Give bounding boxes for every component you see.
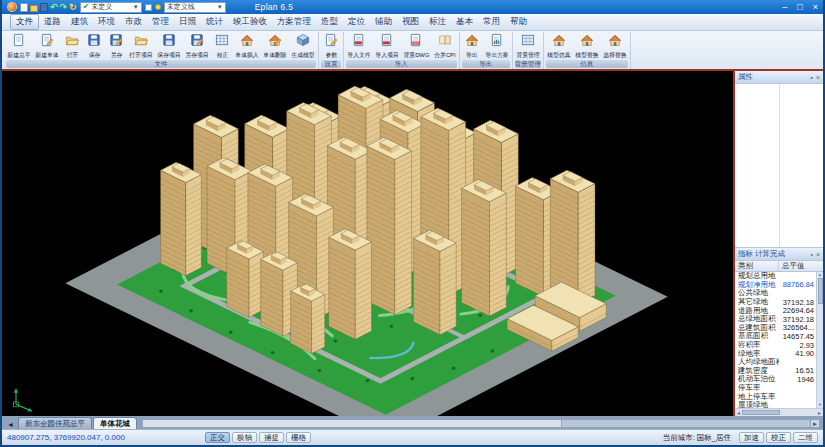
menu-item-竣工验收[interactable]: 竣工验收 [228,15,272,29]
refresh-icon[interactable]: ↻ [69,3,77,12]
ribbon-group-导出: 导出导出方案导出 [460,32,513,69]
ribbon-group-label: 背景管理 [515,60,541,68]
合并CPI-button[interactable]: 合并CPI [432,32,458,60]
参数-button[interactable]: 参数 [320,32,342,60]
ribbon-button-label: 生成模型 [291,51,314,59]
另存项目-button[interactable]: 另存项目 [183,32,211,60]
toggle-正交[interactable]: 正交 [205,432,230,443]
导出-button[interactable]: 导出 [461,32,483,60]
horizontal-scrollbar[interactable]: ◄ ► [735,408,823,416]
menu-item-建筑[interactable]: 建筑 [66,15,93,29]
单体插入-button[interactable]: 单体插入 [233,32,261,60]
menu-item-文件[interactable]: 文件 [10,14,39,30]
scroll-left-icon[interactable]: ◄ [735,410,742,416]
scrollbar-thumb[interactable] [742,410,780,415]
table-row[interactable]: 屋顶绿地 [735,401,816,408]
import-icon [380,33,394,51]
folder-icon [134,33,148,51]
menu-item-统计[interactable]: 统计 [201,15,228,29]
vertical-scrollbar[interactable]: ▲ ▼ [816,272,823,408]
toggle-极轴[interactable]: 极轴 [232,432,257,443]
scrollbar-thumb[interactable] [143,420,562,427]
redo-icon[interactable]: ↷ [60,3,68,12]
style-combobox[interactable]: ✔ 未定义 ▼ [80,2,142,13]
scroll-right-icon[interactable]: ► [810,420,819,427]
scrollbar-thumb[interactable] [818,278,823,304]
ribbon-group-导入: 导入文件导入项目DWG背景DWG合并CPI导入 [344,32,460,69]
导出方案-button[interactable]: 导出方案 [483,32,511,60]
另存-button[interactable]: 另存 [105,32,127,60]
linetype-combobox-value: 未定义线 [167,2,195,12]
menu-item-常用[interactable]: 常用 [478,15,505,29]
模型仿真-button[interactable]: 模型仿真 [545,32,573,60]
导入项目-button[interactable]: 导入项目 [373,32,401,60]
ribbon-button-label: 打开项目 [129,51,152,59]
scroll-right-icon[interactable]: ► [816,410,823,416]
house-icon [608,33,622,51]
ribbon-toolbar: 新建总平新建单体打开保存另存打开项目保存项目另存项目校正单体插入单体删除生成模型… [2,31,823,69]
menu-item-环境[interactable]: 环境 [93,15,120,29]
params-icon [324,33,338,51]
menu-item-造型[interactable]: 造型 [316,15,343,29]
menu-item-帮助[interactable]: 帮助 [505,15,532,29]
ribbon-button-label: 导出 [466,51,478,59]
模型替换-button[interactable]: 模型替换 [573,32,601,60]
保存-button[interactable]: 保存 [83,32,105,60]
minimize-button[interactable]: – [782,3,787,12]
menu-item-定位[interactable]: 定位 [343,15,370,29]
打开项目-button[interactable]: 打开项目 [127,32,155,60]
tab-horizontal-scrollbar[interactable]: ► [142,419,820,428]
menu-item-管理[interactable]: 管理 [147,15,174,29]
toggle-栅格[interactable]: 栅格 [286,432,311,443]
menu-item-方案管理[interactable]: 方案管理 [272,15,316,29]
新建单体-button[interactable]: 新建单体 [33,32,61,60]
单体删除-button[interactable]: 单体删除 [261,32,289,60]
menu-item-辅助[interactable]: 辅助 [370,15,397,29]
背景DWG-button[interactable]: DWG背景DWG [401,32,432,60]
app-logo-icon [7,2,17,12]
toggle-捕捉[interactable]: 捕捉 [259,432,284,443]
open-icon[interactable] [30,5,38,12]
layer-checkbox[interactable] [145,4,152,11]
document-tab-单体花城[interactable]: 单体花城 [93,417,137,429]
校正-button[interactable]: 校正 [211,32,233,60]
row-value: 88766.84 [779,280,816,289]
校正-button[interactable]: 校正 [766,432,791,443]
二维-button[interactable]: 二维 [793,432,818,443]
pin-icon[interactable]: ▪ [810,251,812,258]
ribbon-button-label: 打开 [66,51,78,59]
viewport-canvas[interactable] [2,71,733,416]
chevron-down-icon: ▼ [133,4,139,10]
导入文件-button[interactable]: 导入文件 [345,32,373,60]
indicator-panel-header: 指标 计算完成 ▪ × [735,248,823,261]
选择替换-button[interactable]: 选择替换 [601,32,629,60]
undo-icon[interactable]: ↶ [50,3,58,12]
menu-item-标注[interactable]: 标注 [424,15,451,29]
menu-item-市政[interactable]: 市政 [120,15,147,29]
new-icon[interactable] [20,3,28,12]
tab-scroll-left-icon[interactable]: ◄ [4,421,17,429]
menu-item-道路[interactable]: 道路 [39,15,66,29]
保存项目-button[interactable]: 保存项目 [155,32,183,60]
close-icon[interactable]: × [816,74,820,81]
doc-icon [12,33,26,51]
close-button[interactable]: × [813,3,818,12]
新建总平-button[interactable]: 新建总平 [5,32,33,60]
pin-icon[interactable]: ▪ [810,74,812,81]
menu-item-日照[interactable]: 日照 [174,15,201,29]
ribbon-group-label: 导出 [462,60,510,68]
indicator-table-rows: 规划总用地规划净用地88766.84公共绿地其它绿地37192.18道路用地22… [735,272,816,408]
close-icon[interactable]: × [816,251,820,258]
linetype-combobox[interactable]: 未定义线 ▼ [164,2,226,13]
document-tab-新东全园佳苑总平[interactable]: 新东全园佳苑总平 [18,417,92,429]
menu-item-基本[interactable]: 基本 [451,15,478,29]
restore-button[interactable]: □ [797,3,802,12]
save-icon[interactable] [40,3,48,12]
加速-button[interactable]: 加速 [739,432,764,443]
menu-item-视图[interactable]: 视图 [397,15,424,29]
properties-panel-header: 属性 ▪ × [735,71,823,84]
背景管理-button[interactable]: 背景管理 [514,32,542,60]
style-combobox-value: 未定义 [91,2,112,12]
打开-button[interactable]: 打开 [61,32,83,60]
生成模型-button[interactable]: 生成模型 [289,32,317,60]
